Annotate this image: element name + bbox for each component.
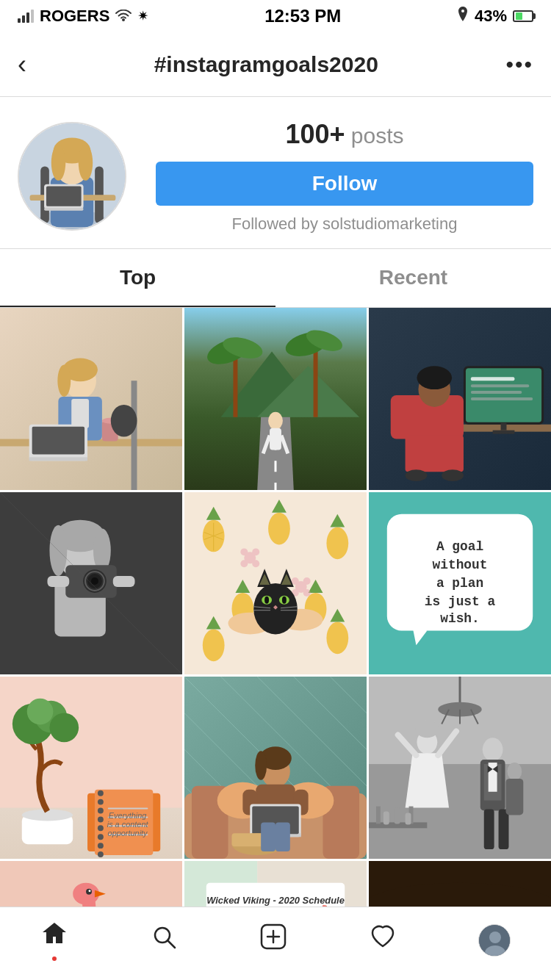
wifi-icon	[115, 7, 132, 26]
svg-point-38	[268, 412, 283, 430]
svg-text:a plan: a plan	[436, 576, 483, 591]
svg-rect-197	[484, 810, 494, 850]
svg-rect-12	[46, 187, 82, 206]
svg-text:is just a: is just a	[425, 594, 496, 609]
svg-text:is a content: is a content	[107, 820, 149, 829]
svg-point-142	[98, 851, 104, 857]
bottom-nav	[0, 907, 551, 980]
grid-item-2[interactable]	[184, 308, 367, 490]
svg-line-265	[168, 940, 175, 948]
svg-point-187	[415, 721, 439, 738]
svg-rect-11	[44, 208, 84, 211]
location-icon	[457, 7, 469, 26]
follow-button[interactable]: Follow	[156, 162, 533, 206]
grid-item-9[interactable]	[369, 677, 551, 859]
svg-point-86	[326, 622, 348, 655]
nav-profile[interactable]	[464, 917, 525, 964]
svg-rect-47	[471, 384, 529, 387]
svg-point-191	[483, 738, 503, 761]
svg-rect-55	[406, 436, 464, 472]
svg-point-18	[57, 364, 71, 397]
svg-point-111	[282, 597, 287, 604]
svg-rect-198	[499, 810, 509, 850]
svg-point-56	[406, 469, 428, 481]
svg-rect-205	[395, 808, 400, 824]
posts-count: 100+ posts	[156, 119, 533, 150]
status-bar: ROGERS ✴ 12:53 PM 43%	[0, 0, 551, 32]
grid-item-4[interactable]	[0, 492, 182, 674]
grid-item-1[interactable]	[0, 308, 182, 490]
svg-rect-22	[29, 457, 87, 461]
svg-rect-39	[270, 428, 281, 450]
back-button[interactable]: ‹	[18, 49, 26, 80]
svg-point-167	[255, 751, 267, 780]
signal-icon	[18, 10, 34, 23]
svg-text:A goal: A goal	[436, 539, 483, 554]
profile-nav-avatar	[478, 924, 511, 956]
nav-activity[interactable]	[354, 915, 411, 965]
status-right: 43%	[457, 7, 533, 26]
svg-point-141	[98, 843, 104, 849]
svg-text:without: without	[433, 558, 488, 572]
nav-add[interactable]	[245, 915, 302, 965]
nav-home[interactable]	[26, 912, 83, 968]
svg-point-132	[27, 699, 54, 725]
grid-item-8[interactable]	[184, 677, 367, 859]
status-time: 12:53 PM	[264, 6, 341, 26]
battery-percent: 43%	[475, 7, 507, 26]
svg-point-135	[98, 790, 104, 796]
svg-point-26	[111, 405, 137, 437]
svg-rect-204	[383, 812, 389, 825]
svg-point-97	[292, 577, 299, 585]
svg-text:Everything: Everything	[109, 811, 147, 820]
svg-rect-50	[501, 423, 507, 430]
svg-point-57	[442, 469, 464, 481]
followed-by-text: Followed by solstudiomarketing	[156, 215, 533, 234]
add-icon	[259, 923, 287, 957]
grid-item-3[interactable]	[369, 308, 551, 490]
svg-point-95	[252, 560, 259, 567]
svg-rect-202	[376, 807, 381, 824]
svg-rect-143	[108, 808, 148, 810]
page-title: #instagramgoals2020	[154, 52, 378, 77]
svg-point-270	[489, 932, 501, 943]
svg-point-7	[51, 145, 65, 181]
battery-icon	[513, 10, 533, 22]
svg-rect-200	[505, 779, 523, 815]
svg-rect-48	[471, 391, 522, 394]
search-icon	[150, 923, 178, 957]
tabs: Top Recent	[0, 249, 551, 308]
svg-marker-188	[406, 753, 450, 807]
svg-point-214	[89, 890, 91, 892]
svg-point-84	[203, 629, 225, 661]
grid-item-7[interactable]: Everything is a content opportunity	[0, 677, 182, 859]
status-left: ROGERS ✴	[18, 7, 148, 26]
svg-point-199	[507, 763, 522, 780]
svg-point-76	[268, 513, 290, 545]
svg-text:opportunity: opportunity	[108, 829, 148, 837]
more-options-button[interactable]: •••	[505, 52, 533, 77]
svg-point-100	[303, 589, 311, 597]
tab-recent[interactable]: Recent	[276, 249, 551, 307]
svg-point-92	[240, 548, 248, 555]
svg-point-93	[252, 548, 259, 555]
svg-point-98	[303, 577, 311, 585]
svg-rect-46	[471, 377, 515, 381]
carrier-label: ROGERS	[40, 7, 109, 26]
activity-icon: ✴	[137, 8, 148, 24]
svg-text:Wicked Viking - 2020 Schedule: Wicked Viking - 2020 Schedule	[206, 895, 345, 906]
nav-search[interactable]	[135, 915, 192, 965]
svg-rect-176	[261, 822, 276, 851]
svg-rect-20	[71, 399, 89, 428]
avatar	[18, 122, 126, 231]
nav-home-dot	[52, 956, 57, 961]
profile-section: 100+ posts Follow Followed by solstudiom…	[0, 97, 551, 249]
svg-point-110	[264, 597, 269, 604]
svg-point-137	[98, 808, 104, 814]
grid-item-5[interactable]	[184, 492, 367, 674]
tab-top[interactable]: Top	[0, 249, 276, 307]
profile-info: 100+ posts Follow Followed by solstudiom…	[156, 119, 533, 234]
home-icon	[40, 919, 68, 954]
heart-icon	[369, 923, 397, 957]
grid-item-6[interactable]: A goal without a plan is just a wish.	[369, 492, 551, 674]
